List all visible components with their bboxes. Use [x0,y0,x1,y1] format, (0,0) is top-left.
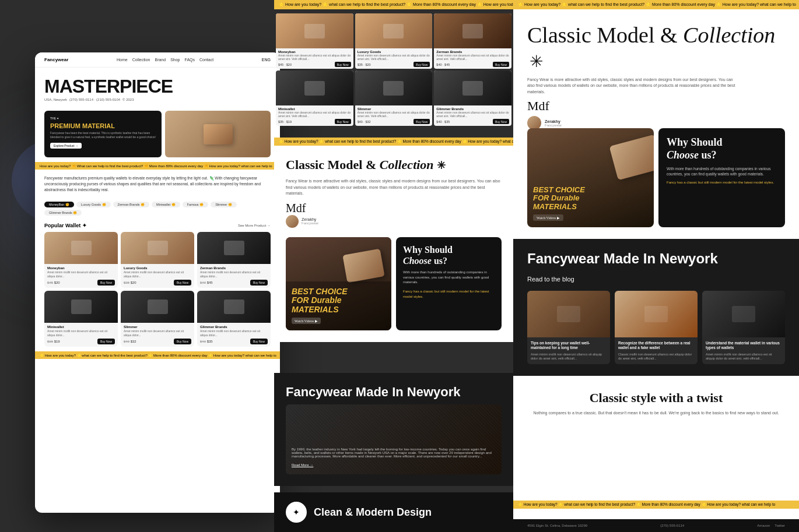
product-img-glimmer [197,291,271,323]
product-price: $35 · $19 [278,120,292,124]
right-choice-footer: Fancy has a classic but still modern mod… [667,180,777,185]
read-more-link[interactable]: Read More → [292,463,313,467]
wallet-icon [383,24,404,38]
wallet-icon [462,81,483,96]
product-desc: Amet minim mollit non deserunt ullamco e… [200,270,268,278]
buy-button[interactable]: Buy Now [493,119,509,124]
product-info-slimmer: Slimmer Amet minim mollit non deserunt u… [121,323,194,347]
footer-address: 4591 Elgin St. Celina, Delaware 10299 [527,524,587,527]
wallet-icon [71,300,92,314]
hero-wallet-img [165,111,271,157]
tag-famous[interactable]: Famous ✊ [183,202,208,207]
product-img-mini [44,291,118,323]
blog-title-3: Understand the material wallet in variou… [706,341,782,351]
wallet-icon [224,300,244,314]
right-sig-info: Zerakhy Fancywear [545,119,562,127]
mockup-nav: Fancywear Home Collection Brand Shop FAQ… [35,52,280,68]
buy-button[interactable]: Buy Now [250,339,268,344]
right-classic-section: Classic style with a twist Nothing compa… [513,379,799,428]
left-panel: Fancywear Home Collection Brand Shop FAQ… [0,0,274,532]
wallet-icon [148,300,168,314]
nav-brand[interactable]: Brand [155,58,166,62]
watch-video-btn[interactable]: Watch Videos ▶ [292,318,321,324]
buy-button[interactable]: Buy Now [493,62,509,67]
nav-collection[interactable]: Collection [132,58,150,62]
lang-switch[interactable]: ENG [262,58,271,62]
tag-zerman[interactable]: Zerman Brands ✊ [113,202,149,207]
choice-img-card: BEST CHOICE FOR Durable MATERIALS Watch … [286,237,391,330]
tag-moneyban[interactable]: MoneyBan ✊ [44,202,74,207]
price-row: $40 $32 Buy Now [124,339,191,344]
product-name: Zerman Brands [200,266,268,270]
nav-links: Home Collection Brand Shop FAQs Contact [117,58,213,62]
right-watch-btn[interactable]: Watch Videos ▶ [533,214,563,221]
tag-mini[interactable]: Miniwallet ✊ [152,202,180,207]
right-choice-text: Why Should Choose us? With more than hun… [658,128,785,227]
about-section: Fancywear manufactures premium quality w… [35,170,280,198]
asterisk-icon: ✳ [530,53,543,71]
buy-button[interactable]: Buy Now [250,280,268,286]
mid-product-img [434,71,511,105]
right-nyc-title: Fancywear Made In Newyork [527,251,785,267]
tag-luxury[interactable]: Luxury Goods ✊ [76,202,111,207]
nav-contact[interactable]: Contact [199,58,213,62]
nyc-image: By 1990, the leather industry in New Yor… [286,404,502,474]
buy-button[interactable]: Buy Now [335,62,351,67]
mid-product-info: Slimmer Amet minim non deserunt ullamco … [355,105,433,126]
buy-button[interactable]: Buy Now [335,119,351,124]
product-price: $40 $32 [124,340,136,343]
blog-img-3 [702,291,785,337]
explore-button[interactable]: Explore Product → [50,143,82,149]
classic-title-text: Classic Model & Collection [286,157,434,172]
hero-year: © 2023 [122,98,134,101]
product-desc: Amet minim mollit non deserunt ullamco e… [47,270,115,278]
product-desc: Amet minim mollit non deserunt ullamco e… [124,329,191,337]
wallet-icon [224,241,244,255]
price-row: $40 · $32 Buy Now [358,119,430,124]
blog-desc-3: Amet minim mollit non deserunt ullamco e… [706,353,782,361]
buy-button[interactable]: Buy Now [97,280,115,286]
buy-button[interactable]: Buy Now [97,339,115,344]
nav-faqs[interactable]: FAQs [185,58,195,62]
hero-title: MASTERPIECE [44,77,271,96]
classic-style-desc: Nothing compares to a true classic. But … [527,410,785,417]
product-zerman: Zerman Brands Amet minim mollit non dese… [197,232,271,288]
tag-slimmer[interactable]: Slimmer ✊ [211,202,237,207]
buy-button[interactable]: Buy Now [413,62,430,67]
nav-home[interactable]: Home [117,58,128,62]
right-choice-heading: Why Should Choose us? [667,136,777,161]
ticker-1: How are you today? ✊ What can we help to… [35,162,280,170]
blog-card-1: Tips on keeping your wallet well-maintai… [527,291,610,364]
tag-glimmer[interactable]: Glimmer Brands ✊ [44,210,82,216]
hero-phone: (270) 555-0114 · (210) 555-0104 [69,98,120,101]
blog-title-1: Tips on keeping your wallet well-maintai… [531,341,607,351]
product-name: Moneyban [47,266,115,270]
see-more-link[interactable]: See More Product → [238,224,271,227]
buy-button[interactable]: Buy Now [413,119,430,124]
product-info-moneyban: Moneyban Amet minim mollit non deserunt … [44,264,118,288]
mid-product-mini: Miniwallet Amet minim non deserunt ullam… [276,71,353,126]
right-footer: 4591 Elgin St. Celina, Delaware 10299 (2… [513,519,799,532]
buy-button[interactable]: Buy Now [174,280,191,286]
footer-twitter[interactable]: Twitter [775,524,785,527]
right-choice-img: BEST CHOICE FOR Durable MATERIALS Watch … [527,128,654,227]
wallet-icon [383,81,404,96]
product-desc: Amet minim non deserunt ullamco est sit … [278,111,351,118]
right-sig-name: Zerakhy [545,119,562,124]
nav-shop[interactable]: Shop [170,58,180,62]
product-moneyban: Moneyban Amet minim mollit non deserunt … [44,232,118,288]
product-price: $40 $35 [200,340,213,343]
classic-title: Classic Model & Collection ✳ [286,157,502,172]
mid-product-info: Miniwallet Amet minim non deserunt ullam… [276,105,353,126]
blog-wallet-icon [732,306,755,322]
buy-button[interactable]: Buy Now [174,339,191,344]
premium-title: PREMIUM MATERIAL [50,122,156,129]
nyc-overlay: By 1990, the leather industry in New Yor… [286,440,502,474]
premium-desc: Fancywear has been the best material. Th… [50,131,156,139]
cta-icon: ✦ [286,502,307,523]
footer-amazon[interactable]: Amazon [757,524,770,527]
product-desc: Amet minim non deserunt ullamco est sit … [436,111,509,118]
right-choice-overlay: BEST CHOICE FOR Durable MATERIALS Watch … [527,180,654,227]
mid-product-info: Luxury Goods Amet minim non deserunt ull… [355,48,433,69]
asterisk-icon: ✳ [437,160,446,171]
